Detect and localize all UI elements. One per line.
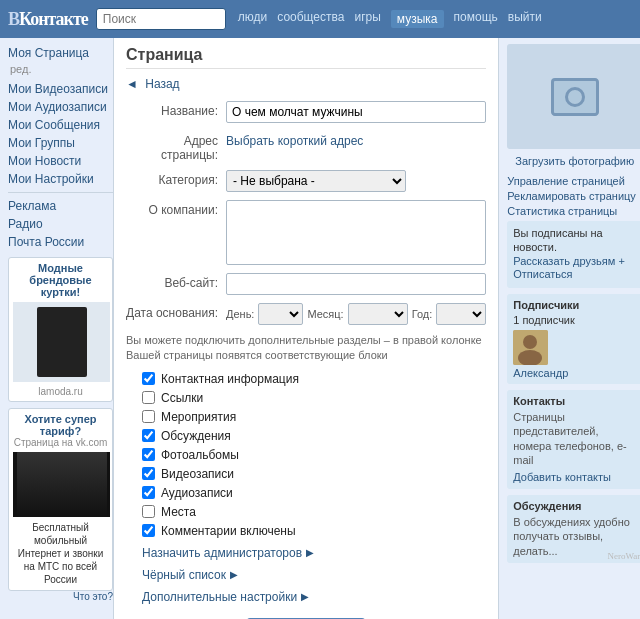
sidebar-item-messages[interactable]: Мои Сообщения bbox=[8, 116, 113, 134]
settings-link[interactable]: Дополнительные настройки bbox=[142, 588, 297, 606]
day-label-text: День: bbox=[226, 308, 254, 320]
sidebar-mypage-section: Моя Страница ред. bbox=[8, 44, 113, 76]
checkbox-places: Места bbox=[126, 505, 486, 519]
checkbox-links-input[interactable] bbox=[142, 391, 155, 404]
sidebar-item-news[interactable]: Мои Новости bbox=[8, 152, 113, 170]
checkbox-photos: Фотоальбомы bbox=[126, 448, 486, 462]
stats-link[interactable]: Статистика страницы bbox=[507, 205, 640, 217]
checkbox-audio-input[interactable] bbox=[142, 486, 155, 499]
checkbox-contact-info-input[interactable] bbox=[142, 372, 155, 385]
search-input[interactable] bbox=[96, 8, 226, 30]
nav-communities[interactable]: сообщества bbox=[277, 10, 344, 28]
sidebar-item-ads[interactable]: Реклама bbox=[8, 197, 113, 215]
nav-people[interactable]: люди bbox=[238, 10, 267, 28]
category-select[interactable]: - Не выбрана - bbox=[226, 170, 406, 192]
form-row-about: О компании: bbox=[126, 200, 486, 265]
checkbox-contact-info-label: Контактная информация bbox=[161, 372, 299, 386]
camera-lens-icon bbox=[565, 87, 585, 107]
upload-photo-link[interactable]: Загрузить фотографию bbox=[507, 155, 640, 167]
blacklist-link-row: Чёрный список ▶ bbox=[126, 566, 486, 584]
checkbox-videos: Видеозаписи bbox=[126, 467, 486, 481]
add-contact-link[interactable]: Добавить контакты bbox=[513, 471, 611, 483]
checkbox-places-input[interactable] bbox=[142, 505, 155, 518]
checkbox-places-label: Места bbox=[161, 505, 196, 519]
checkbox-events-input[interactable] bbox=[142, 410, 155, 423]
ad2-person-icon bbox=[17, 452, 107, 517]
advertise-link[interactable]: Рекламировать страницу bbox=[507, 190, 640, 202]
address-label: Адрес страницы: bbox=[126, 131, 226, 162]
ad1-title[interactable]: Модные брендовые куртки! bbox=[13, 262, 108, 298]
page-title: Страница bbox=[126, 46, 486, 69]
subscriber-avatar[interactable] bbox=[513, 330, 548, 365]
ad2-desc: Бесплатный мобильный Интернет и звонки н… bbox=[13, 521, 108, 586]
blacklist-arrow-icon: ▶ bbox=[230, 569, 238, 580]
checkbox-audio: Аудиозаписи bbox=[126, 486, 486, 500]
ad2-image[interactable] bbox=[13, 452, 110, 517]
website-input[interactable] bbox=[226, 273, 486, 295]
form-row-date: Дата основания: День: Месяц: Год: bbox=[126, 303, 486, 325]
svg-point-1 bbox=[523, 335, 537, 349]
ad1-jacket-icon bbox=[37, 307, 87, 377]
checkbox-events-label: Мероприятия bbox=[161, 410, 236, 424]
sidebar-my-page[interactable]: Моя Страница bbox=[8, 44, 113, 62]
checkbox-comments-input[interactable] bbox=[142, 524, 155, 537]
sidebar-item-radio[interactable]: Радио bbox=[8, 215, 113, 233]
admin-link-row: Назначить администраторов ▶ bbox=[126, 544, 486, 562]
back-arrow-icon: ◄ bbox=[126, 77, 138, 91]
unsubscribe-link[interactable]: Отписаться bbox=[513, 268, 636, 280]
watermark: NeroWar bbox=[607, 551, 640, 561]
right-panel: Загрузить фотографию Управление странице… bbox=[499, 38, 640, 619]
checkbox-photos-input[interactable] bbox=[142, 448, 155, 461]
hint-text: Вы можете подключить дополнительные разд… bbox=[126, 333, 486, 364]
admin-arrow-icon: ▶ bbox=[306, 547, 314, 558]
month-select[interactable] bbox=[348, 303, 408, 325]
ad1-sub: lamoda.ru bbox=[13, 386, 108, 397]
manage-page-link[interactable]: Управление страницей bbox=[507, 175, 640, 187]
contacts-title: Контакты bbox=[513, 395, 636, 407]
day-select[interactable] bbox=[258, 303, 303, 325]
month-label-text: Месяц: bbox=[307, 308, 343, 320]
name-input[interactable] bbox=[226, 101, 486, 123]
nav-music[interactable]: музыка bbox=[391, 10, 444, 28]
year-select[interactable] bbox=[436, 303, 486, 325]
checkbox-photos-label: Фотоальбомы bbox=[161, 448, 239, 462]
form-row-category: Категория: - Не выбрана - bbox=[126, 170, 486, 192]
ad-what-link[interactable]: Что это? bbox=[8, 591, 113, 602]
sidebar-item-videos[interactable]: Мои Видеозаписи bbox=[8, 80, 113, 98]
subscribed-section: Вы подписаны на новости. Рассказать друз… bbox=[507, 221, 640, 288]
ad1-image[interactable] bbox=[13, 302, 110, 382]
tell-friends-link[interactable]: Рассказать друзьям + bbox=[513, 255, 625, 267]
sidebar-edit[interactable]: ред. bbox=[10, 63, 31, 75]
checkbox-comments-label: Комментарии включены bbox=[161, 524, 296, 538]
nav-logout[interactable]: выйти bbox=[508, 10, 542, 28]
address-link[interactable]: Выбрать короткий адрес bbox=[226, 131, 363, 148]
sidebar-item-audio[interactable]: Мои Аудиозаписи bbox=[8, 98, 113, 116]
sidebar-item-settings[interactable]: Мои Настройки bbox=[8, 170, 113, 188]
back-link[interactable]: ◄ Назад bbox=[126, 77, 180, 91]
nav-games[interactable]: игры bbox=[354, 10, 380, 28]
checkbox-discussions-label: Обсуждения bbox=[161, 429, 231, 443]
blacklist-link[interactable]: Чёрный список bbox=[142, 566, 226, 584]
year-label-text: Год: bbox=[412, 308, 433, 320]
header: ВКонтакте люди сообщества игры музыка по… bbox=[0, 0, 640, 38]
nav-help[interactable]: помощь bbox=[454, 10, 498, 28]
sidebar-item-groups[interactable]: Мои Группы bbox=[8, 134, 113, 152]
subscribed-text: Вы подписаны на новости. bbox=[513, 227, 603, 253]
photo-upload-box[interactable] bbox=[507, 44, 640, 149]
ad-block-1: Модные брендовые куртки! lamoda.ru bbox=[8, 257, 113, 402]
form-row-website: Веб-сайт: bbox=[126, 273, 486, 295]
admin-link[interactable]: Назначить администраторов bbox=[142, 544, 302, 562]
subscriber-name[interactable]: Александр bbox=[513, 367, 636, 379]
about-textarea[interactable] bbox=[226, 200, 486, 265]
ad2-title[interactable]: Хотите супер тариф? bbox=[13, 413, 108, 437]
contacts-section: Контакты Страницы представителей, номера… bbox=[507, 390, 640, 489]
checkbox-videos-input[interactable] bbox=[142, 467, 155, 480]
center-content: Страница ◄ Назад Название: Адрес страниц… bbox=[113, 38, 499, 619]
checkbox-discussions-input[interactable] bbox=[142, 429, 155, 442]
subscribers-section: Подписчики 1 подписчик Александр bbox=[507, 294, 640, 384]
form-row-name: Название: bbox=[126, 101, 486, 123]
nav-links: люди сообщества игры музыка помощь выйти bbox=[238, 10, 632, 28]
checkbox-links: Ссылки bbox=[126, 391, 486, 405]
sidebar-item-post[interactable]: Почта России bbox=[8, 233, 113, 251]
sidebar: Моя Страница ред. Мои Видеозаписи Мои Ау… bbox=[0, 38, 113, 619]
